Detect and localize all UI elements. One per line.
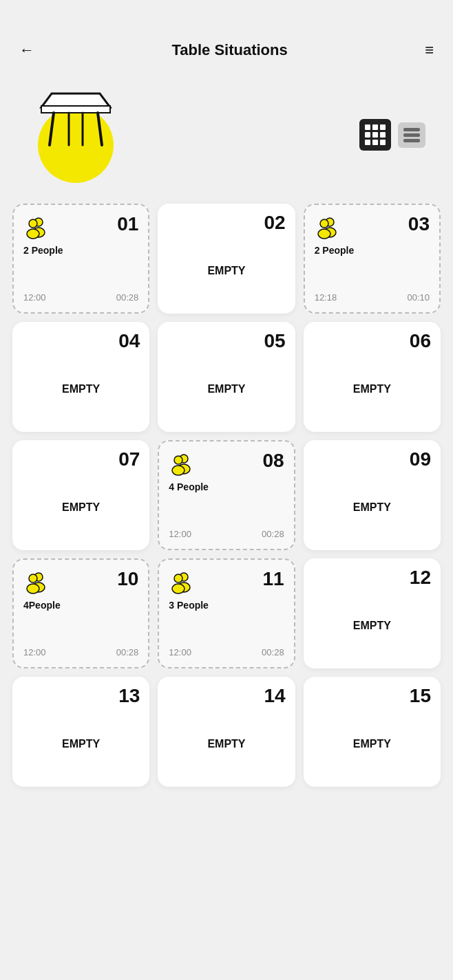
empty-status: EMPTY (207, 738, 245, 750)
empty-status: EMPTY (353, 738, 391, 750)
table-card[interactable]: 08 4 People 12:00 00:28 (158, 440, 295, 550)
time-elapsed: 00:28 (116, 647, 139, 657)
empty-status: EMPTY (62, 501, 100, 514)
table-number: 04 (118, 331, 140, 351)
table-card[interactable]: 10 4People 12:00 00:28 (12, 558, 149, 668)
card-top: 13 (22, 686, 140, 706)
svg-point-17 (172, 466, 185, 475)
card-top: 10 (23, 569, 138, 594)
table-number: 01 (117, 215, 138, 234)
back-button[interactable]: ← (19, 41, 34, 59)
occupied-content: 4People 12:00 00:28 (23, 600, 138, 657)
occupied-content: 4 People 12:00 00:28 (169, 481, 284, 539)
svg-rect-1 (41, 106, 110, 113)
table-number: 14 (264, 686, 286, 706)
table-card[interactable]: 04 EMPTY (12, 322, 149, 432)
table-card[interactable]: 07 EMPTY (12, 440, 149, 550)
table-card[interactable]: 02 EMPTY (158, 204, 295, 314)
time-start: 12:18 (315, 292, 337, 303)
svg-point-20 (29, 574, 37, 582)
grid-dots-icon (365, 124, 386, 145)
empty-status: EMPTY (353, 501, 391, 514)
table-card[interactable]: 13 EMPTY (12, 677, 149, 787)
empty-wrapper: EMPTY (313, 475, 431, 541)
table-card[interactable]: 15 EMPTY (304, 677, 441, 787)
view-toggle (359, 119, 425, 151)
card-top: 01 (23, 215, 138, 239)
card-times: 12:00 00:28 (23, 647, 138, 657)
time-elapsed: 00:28 (262, 647, 284, 657)
table-card[interactable]: 11 3 People 12:00 00:28 (158, 558, 295, 668)
time-start: 12:00 (23, 292, 46, 303)
table-number: 10 (117, 569, 138, 589)
page-title: Table Situations (171, 41, 287, 59)
people-icon (169, 451, 193, 476)
time-elapsed: 00:10 (407, 292, 430, 303)
card-times: 12:00 00:28 (23, 292, 138, 303)
table-number: 07 (118, 450, 140, 469)
table-icon (34, 87, 117, 155)
card-top: 06 (313, 331, 431, 351)
time-start: 12:00 (23, 647, 46, 657)
hero-section (0, 73, 453, 204)
empty-status: EMPTY (207, 383, 245, 395)
card-top: 02 (167, 213, 285, 232)
table-card[interactable]: 12 EMPTY (304, 558, 441, 668)
card-top: 14 (167, 686, 285, 706)
table-number: 11 (263, 569, 284, 589)
empty-wrapper: EMPTY (313, 711, 431, 777)
table-number: 13 (118, 686, 140, 706)
svg-point-9 (27, 229, 39, 239)
occupied-content: 3 People 12:00 00:28 (169, 600, 284, 657)
table-number: 03 (408, 215, 430, 234)
svg-point-12 (320, 219, 328, 228)
table-card[interactable]: 01 2 People 12:00 00:28 (12, 204, 149, 314)
empty-wrapper: EMPTY (167, 356, 285, 422)
empty-wrapper: EMPTY (313, 593, 431, 659)
menu-button[interactable]: ≡ (425, 41, 434, 59)
card-top: 03 (315, 215, 430, 239)
card-top: 05 (167, 331, 285, 351)
card-top: 15 (313, 686, 431, 706)
card-top: 11 (169, 569, 284, 594)
card-times: 12:18 00:10 (315, 292, 430, 303)
svg-point-21 (27, 584, 39, 594)
card-top: 12 (313, 568, 431, 587)
tables-grid: 01 2 People 12:00 00:28 02 EMPTY (0, 204, 453, 807)
empty-wrapper: EMPTY (167, 238, 285, 304)
empty-status: EMPTY (207, 265, 245, 277)
list-view-button[interactable] (398, 122, 425, 148)
empty-status: EMPTY (353, 620, 391, 632)
occupied-content: 2 People 12:00 00:28 (23, 245, 138, 303)
card-times: 12:00 00:28 (169, 647, 284, 657)
table-card[interactable]: 06 EMPTY (304, 322, 441, 432)
people-icon (23, 215, 48, 239)
svg-point-24 (174, 574, 182, 582)
svg-point-8 (29, 219, 37, 228)
table-card[interactable]: 14 EMPTY (158, 677, 295, 787)
time-start: 12:00 (169, 529, 191, 539)
empty-status: EMPTY (62, 383, 100, 395)
time-elapsed: 00:28 (262, 529, 284, 539)
card-top: 08 (169, 451, 284, 476)
empty-wrapper: EMPTY (313, 356, 431, 422)
table-number: 12 (410, 568, 431, 587)
occupied-content: 2 People 12:18 00:10 (315, 245, 430, 303)
table-card[interactable]: 03 2 People 12:18 00:10 (304, 204, 441, 314)
people-icon (169, 569, 193, 594)
svg-point-13 (318, 229, 330, 239)
list-lines-icon (403, 128, 420, 142)
grid-view-button[interactable] (359, 119, 391, 151)
table-number: 08 (263, 451, 284, 470)
svg-line-2 (50, 113, 54, 145)
svg-line-3 (98, 113, 102, 145)
table-number: 09 (410, 450, 431, 469)
empty-wrapper: EMPTY (167, 711, 285, 777)
empty-status: EMPTY (353, 383, 391, 395)
header: ← Table Situations ≡ (0, 0, 453, 73)
time-start: 12:00 (169, 647, 191, 657)
table-card[interactable]: 09 EMPTY (304, 440, 441, 550)
card-top: 07 (22, 450, 140, 469)
table-number: 05 (264, 331, 286, 351)
table-card[interactable]: 05 EMPTY (158, 322, 295, 432)
